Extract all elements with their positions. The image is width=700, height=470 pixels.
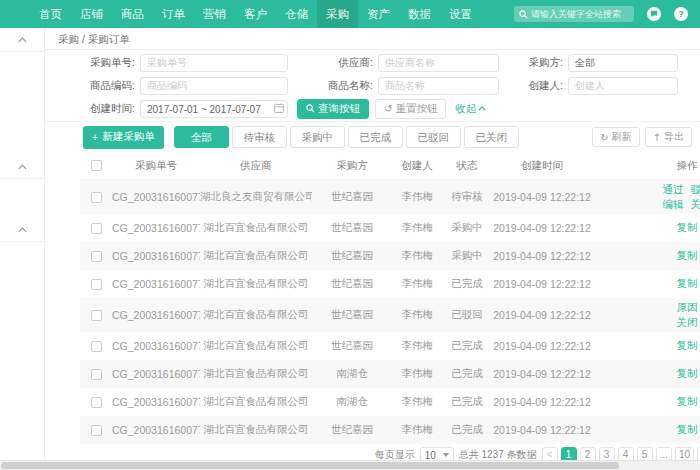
op-link[interactable]: 复制 (677, 249, 698, 263)
op-link[interactable]: 复制 (677, 277, 698, 291)
table-toolbar: + 新建采购单 全部待审核采购中已完成已驳回已关闭 ↻ 刷新 ↑ 导出 (45, 122, 700, 152)
cell-id: CG_2003161600771051 (112, 396, 200, 408)
status-tab-5[interactable]: 已关闭 (464, 126, 519, 148)
nav-item-0[interactable]: 首页 (30, 0, 71, 28)
table-row: CG_2003161600771051湖北百宜食品有限公司世纪嘉园李伟梅已完成2… (80, 270, 700, 298)
nav-item-3[interactable]: 订单 (153, 0, 194, 28)
op-link[interactable]: 关闭 (677, 316, 698, 330)
section-collapse-toggle-2[interactable] (0, 218, 44, 242)
horizontal-scrollbar[interactable] (0, 460, 700, 470)
status-tab-3[interactable]: 已完成 (348, 126, 403, 148)
cell-creator: 李伟梅 (392, 277, 442, 291)
op-link[interactable]: 通过 (663, 183, 684, 197)
row-checkbox[interactable] (91, 425, 102, 436)
op-link[interactable]: 复制 (677, 221, 698, 235)
status-tab-2[interactable]: 采购中 (290, 126, 345, 148)
column-header-0: 采购单号 (112, 159, 200, 173)
orders-table: 采购单号供应商采购方创建人状态创建时间操作 CG_200316160077105… (80, 152, 700, 444)
op-link[interactable]: 驳回 (691, 183, 700, 197)
sidebar-collapse-toggle[interactable] (0, 28, 44, 52)
cell-status: 已完成 (442, 367, 492, 381)
op-link[interactable]: 编辑 (663, 198, 684, 212)
cell-creator: 李伟梅 (392, 367, 442, 381)
row-checkbox[interactable] (91, 251, 102, 262)
new-purchase-order-button[interactable]: + 新建采购单 (83, 126, 164, 149)
refresh-button[interactable]: ↻ 刷新 (592, 127, 639, 147)
cell-id: CG_2003161600771051 (112, 340, 200, 352)
status-tab-4[interactable]: 已驳回 (406, 126, 461, 148)
cell-buyer: 世纪嘉园 (312, 423, 392, 437)
column-header-3: 创建人 (392, 159, 442, 173)
cell-id: CG_2003161600771051 (112, 222, 200, 234)
status-tab-0[interactable]: 全部 (174, 126, 229, 148)
nav-item-5[interactable]: 客户 (235, 0, 276, 28)
op-link[interactable]: 原因 (677, 301, 698, 315)
nav-item-4[interactable]: 营销 (194, 0, 235, 28)
cell-buyer: 世纪嘉园 (312, 308, 392, 322)
op-link[interactable]: 复制 (677, 339, 698, 353)
nav-item-2[interactable]: 商品 (112, 0, 153, 28)
help-icon[interactable]: ? (674, 7, 688, 21)
row-checkbox[interactable] (91, 369, 102, 380)
row-checkbox[interactable] (91, 341, 102, 352)
date-range-input[interactable] (140, 100, 288, 118)
created-time-label: 创建时间: (45, 102, 135, 116)
buyer-select[interactable] (568, 54, 678, 72)
query-button[interactable]: 查询按钮 (297, 99, 369, 119)
cell-created: 2019-04-09 12:22:12 (492, 424, 592, 436)
cell-supplier: 湖北百宜食品有限公司 (200, 277, 312, 291)
cell-supplier: 湖北百宜食品有限公司 (200, 308, 312, 322)
nav-item-1[interactable]: 店铺 (71, 0, 112, 28)
purchase-no-input[interactable] (140, 54, 288, 72)
nav-item-9[interactable]: 数据 (399, 0, 440, 28)
row-checkbox[interactable] (91, 279, 102, 290)
nav-item-8[interactable]: 资产 (358, 0, 399, 28)
global-search-input[interactable] (531, 9, 629, 19)
scrollbar-thumb[interactable] (1, 462, 619, 469)
op-link[interactable]: 复制 (677, 367, 698, 381)
product-code-label: 商品编码: (45, 79, 135, 93)
cell-status: 采购中 (442, 249, 492, 263)
status-tab-1[interactable]: 待审核 (232, 126, 287, 148)
cell-creator: 李伟梅 (392, 308, 442, 322)
cell-id: CG_2003161600771051 (112, 309, 200, 321)
message-icon[interactable] (647, 7, 661, 21)
cell-creator: 李伟梅 (392, 249, 442, 263)
nav-item-6[interactable]: 仓储 (276, 0, 317, 28)
creator-input[interactable] (568, 77, 678, 95)
cell-supplier: 湖北百宜食品有限公司 (200, 249, 312, 263)
nav-item-7[interactable]: 采购 (317, 0, 358, 28)
product-name-label: 商品名称: (288, 79, 373, 93)
collapse-filters-link[interactable]: 收起 (455, 102, 486, 116)
export-button[interactable]: ↑ 导出 (645, 127, 692, 147)
status-tabs: 全部待审核采购中已完成已驳回已关闭 (174, 126, 519, 148)
cell-buyer: 南湖仓 (312, 367, 392, 381)
filter-panel: 采购单号: 供应商: 采购方: 商品编码: 商品名称: 创建人: 创建时间: (45, 50, 700, 122)
nav-item-10[interactable]: 设置 (440, 0, 481, 28)
product-name-input[interactable] (378, 77, 499, 95)
reset-icon: ↺ (384, 103, 392, 114)
product-code-input[interactable] (140, 77, 288, 95)
op-link[interactable]: 复制 (677, 423, 698, 437)
cell-supplier: 湖北百宜食品有限公司 (200, 339, 312, 353)
cell-supplier: 湖北百宜食品有限公司 (200, 367, 312, 381)
cell-created: 2019-04-09 12:22:12 (492, 340, 592, 352)
row-checkbox[interactable] (91, 310, 102, 321)
cell-operations: 复制 (592, 423, 700, 437)
row-checkbox[interactable] (91, 397, 102, 408)
cell-operations: 复制 (592, 367, 700, 381)
content-card: 采购 / 采购订单 采购单号: 供应商: 采购方: 商品编码: 商品名称: 创建… (45, 28, 700, 460)
reset-button[interactable]: ↺ 重置按钮 (375, 99, 446, 119)
supplier-input[interactable] (378, 54, 499, 72)
op-link[interactable]: 复制 (677, 395, 698, 409)
select-all-checkbox[interactable] (91, 160, 102, 171)
global-search-box[interactable] (514, 6, 634, 22)
calendar-icon[interactable] (274, 103, 284, 113)
cell-id: CG_2003161600771051 (112, 278, 200, 290)
section-collapse-toggle-1[interactable] (0, 155, 44, 179)
chevron-down-icon (443, 453, 449, 457)
op-link[interactable]: 关闭 (691, 198, 700, 212)
cell-supplier: 湖北百宜食品有限公司 (200, 221, 312, 235)
row-checkbox[interactable] (91, 192, 102, 203)
row-checkbox[interactable] (91, 223, 102, 234)
